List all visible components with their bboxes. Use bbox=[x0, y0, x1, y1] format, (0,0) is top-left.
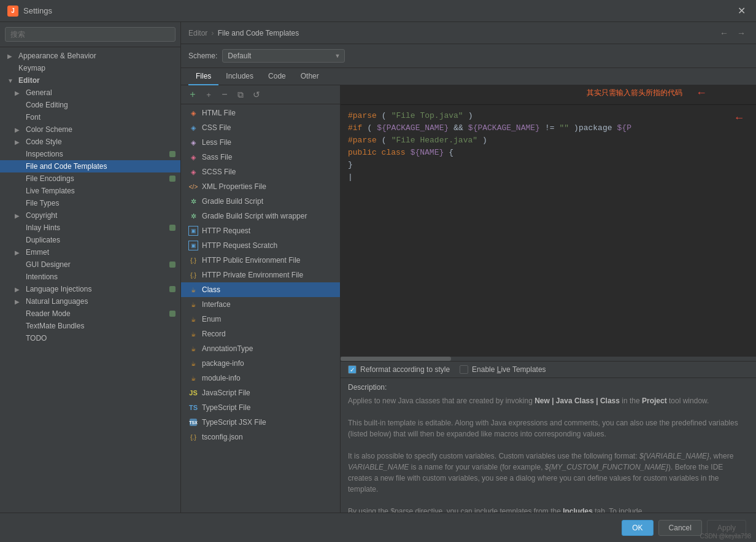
file-item-http-private-env[interactable]: {.} HTTP Private Environment File bbox=[181, 268, 340, 282]
file-item-xml[interactable]: </> XML Properties File bbox=[181, 179, 340, 194]
code-string: "File Header.java" bbox=[392, 134, 477, 147]
tab-other[interactable]: Other bbox=[293, 68, 326, 85]
code-editor[interactable]: #parse("File Top.java") ← #if ( ${PACKAG… bbox=[341, 105, 756, 356]
file-item-typescript[interactable]: TS TypeScript File bbox=[181, 400, 340, 415]
code-line-2: #if ( ${PACKAGE_NAME} && ${PACKAGE_NAME}… bbox=[348, 122, 749, 134]
sidebar-item-duplicates[interactable]: Duplicates bbox=[0, 234, 180, 246]
sidebar-item-label: Code Editing bbox=[26, 101, 68, 109]
code-keyword: #parse bbox=[348, 134, 377, 147]
sidebar-item-editor[interactable]: ▼ Editor bbox=[0, 74, 180, 87]
file-item-gradle-wrapper[interactable]: ✲ Gradle Build Script with wrapper bbox=[181, 209, 340, 223]
file-item-tsconfig[interactable]: {.} tsconfig.json bbox=[181, 430, 340, 444]
badge-icon bbox=[169, 286, 176, 292]
sidebar-item-gui-designer[interactable]: GUI Designer bbox=[0, 258, 180, 271]
scheme-select[interactable]: Default Project bbox=[222, 49, 345, 63]
sidebar-item-code-editing[interactable]: Code Editing bbox=[0, 99, 180, 111]
file-item-annotation-type[interactable]: ☕ AnnotationType bbox=[181, 341, 340, 356]
sidebar-item-file-code-templates[interactable]: File and Code Templates bbox=[0, 160, 180, 172]
reformat-checkbox-wrapper[interactable]: ✓ Reformat according to style bbox=[348, 365, 450, 374]
forward-button[interactable]: → bbox=[734, 26, 749, 41]
back-button[interactable]: ← bbox=[717, 26, 731, 41]
sidebar-item-label: Code Style bbox=[26, 137, 62, 146]
remove-template-button[interactable]: − bbox=[218, 88, 231, 101]
sidebar-item-appearance[interactable]: ▶ Appearance & Behavior bbox=[0, 50, 180, 62]
file-item-class[interactable]: ☕ Class bbox=[181, 282, 340, 297]
file-item-record[interactable]: ☕ Record bbox=[181, 327, 340, 341]
less-icon: ◈ bbox=[188, 137, 198, 147]
description-title: Description: bbox=[348, 383, 749, 392]
sidebar-item-language-injections[interactable]: ▶ Language Injections bbox=[0, 283, 180, 295]
file-item-module-info[interactable]: ☕ module-info bbox=[181, 371, 340, 385]
sidebar-item-emmet[interactable]: ▶ Emmet bbox=[0, 246, 180, 258]
code-plain: ) bbox=[482, 134, 487, 147]
sidebar-item-file-types[interactable]: File Types bbox=[0, 197, 180, 209]
css-icon: ◈ bbox=[188, 123, 198, 133]
file-item-label: SCSS File bbox=[202, 168, 236, 176]
sidebar-item-intentions[interactable]: Intentions bbox=[0, 271, 180, 283]
code-arrow-icon: ← bbox=[736, 110, 742, 126]
breadcrumb-parent: Editor bbox=[188, 29, 207, 37]
gradle-icon: ✲ bbox=[188, 196, 198, 206]
file-item-javascript[interactable]: JS JavaScript File bbox=[181, 385, 340, 400]
file-item-label: Gradle Build Script with wrapper bbox=[202, 212, 307, 220]
watermark: CSDN @keyila798 bbox=[700, 533, 751, 540]
file-item-sass[interactable]: ◈ Sass File bbox=[181, 150, 340, 165]
sidebar-item-color-scheme[interactable]: ▶ Color Scheme bbox=[0, 123, 180, 136]
file-item-tsx[interactable]: TSX TypeScript JSX File bbox=[181, 415, 340, 430]
reset-template-button[interactable]: ↺ bbox=[250, 88, 263, 101]
code-keyword: #if bbox=[348, 122, 362, 134]
file-item-package-info[interactable]: ☕ package-info bbox=[181, 356, 340, 371]
file-item-http-request[interactable]: ▣ HTTP Request bbox=[181, 223, 340, 238]
file-list-toolbar: + + − ⧉ ↺ bbox=[181, 85, 340, 104]
sidebar-item-natural-languages[interactable]: ▶ Natural Languages bbox=[0, 295, 180, 308]
file-item-enum[interactable]: ☕ Enum bbox=[181, 312, 340, 327]
sidebar-item-general[interactable]: ▶ General bbox=[0, 87, 180, 99]
add-alt-button[interactable]: + bbox=[202, 88, 215, 101]
expand-arrow: ▶ bbox=[15, 286, 22, 293]
sidebar-item-reader-mode[interactable]: Reader Mode bbox=[0, 308, 180, 320]
tab-code[interactable]: Code bbox=[261, 68, 293, 85]
copy-template-button[interactable]: ⧉ bbox=[234, 88, 247, 101]
reformat-label: Reformat according to style bbox=[360, 365, 450, 374]
sidebar-item-textmate-bundles[interactable]: TextMate Bundles bbox=[0, 320, 180, 332]
horizontal-scrollbar[interactable] bbox=[341, 356, 756, 361]
file-item-interface[interactable]: ☕ Interface bbox=[181, 297, 340, 312]
tab-files[interactable]: Files bbox=[188, 68, 218, 85]
sidebar-item-code-style[interactable]: ▶ Code Style bbox=[0, 136, 180, 148]
file-item-label: tsconfig.json bbox=[202, 433, 243, 441]
sidebar-item-font[interactable]: Font bbox=[0, 111, 180, 123]
live-templates-checkbox-wrapper[interactable]: Enable Live Templates bbox=[460, 365, 546, 374]
search-box bbox=[0, 22, 180, 47]
file-item-http-scratch[interactable]: ▣ HTTP Request Scratch bbox=[181, 238, 340, 253]
breadcrumb: Editor › File and Code Templates ← → bbox=[181, 22, 756, 44]
sidebar-item-todo[interactable]: TODO bbox=[0, 332, 180, 344]
file-item-html[interactable]: ◈ HTML File bbox=[181, 106, 340, 120]
sidebar-item-live-templates[interactable]: Live Templates bbox=[0, 185, 180, 197]
file-item-label: Record bbox=[202, 330, 226, 338]
file-item-label: TypeScript File bbox=[202, 403, 250, 412]
file-item-scss[interactable]: ◈ SCSS File bbox=[181, 165, 340, 179]
file-item-css[interactable]: ◈ CSS File bbox=[181, 120, 340, 135]
sidebar-item-file-encodings[interactable]: File Encodings bbox=[0, 172, 180, 185]
sidebar-item-label: Language Injections bbox=[26, 285, 91, 293]
live-templates-checkbox[interactable] bbox=[460, 365, 468, 374]
sidebar-item-label: TextMate Bundles bbox=[26, 322, 84, 330]
sidebar-item-copyright[interactable]: ▶ Copyright bbox=[0, 209, 180, 222]
file-item-http-public-env[interactable]: {.} HTTP Public Environment File bbox=[181, 253, 340, 268]
file-item-label: XML Properties File bbox=[202, 182, 266, 191]
cancel-button[interactable]: Cancel bbox=[658, 520, 702, 536]
add-template-button[interactable]: + bbox=[186, 88, 199, 101]
file-item-gradle[interactable]: ✲ Gradle Build Script bbox=[181, 194, 340, 209]
sidebar-item-keymap[interactable]: Keymap bbox=[0, 62, 180, 74]
module-info-icon: ☕ bbox=[188, 373, 198, 383]
breadcrumb-separator: › bbox=[211, 28, 214, 37]
file-item-less[interactable]: ◈ Less File bbox=[181, 135, 340, 150]
search-input[interactable] bbox=[5, 27, 176, 42]
sidebar-item-inlay-hints[interactable]: Inlay Hints bbox=[0, 222, 180, 234]
close-button[interactable]: ✕ bbox=[734, 4, 749, 18]
java-interface-icon: ☕ bbox=[188, 300, 198, 309]
sidebar-item-inspections[interactable]: Inspections bbox=[0, 148, 180, 160]
reformat-checkbox[interactable]: ✓ bbox=[348, 365, 357, 374]
tab-includes[interactable]: Includes bbox=[218, 68, 261, 85]
ok-button[interactable]: OK bbox=[622, 520, 653, 536]
